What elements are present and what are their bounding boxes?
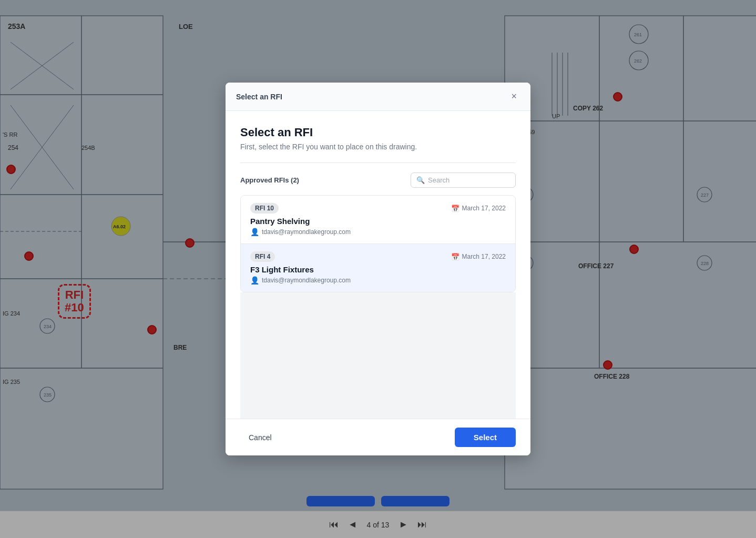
- rfi-user-email-0: tdavis@raymondlakegroup.com: [262, 228, 351, 236]
- rfi-name-0: Pantry Shelving: [250, 217, 506, 226]
- modal-body: Select an RFI First, select the RFI you …: [226, 111, 530, 419]
- calendar-icon-0: 📅: [451, 205, 459, 212]
- modal-subtitle: First, select the RFI you want to place …: [240, 143, 516, 151]
- rfi-badge-0: RFI 10: [250, 203, 279, 214]
- section-label: Approved RFIs (2): [240, 176, 299, 184]
- search-icon: 🔍: [416, 176, 425, 184]
- search-box[interactable]: 🔍: [411, 172, 516, 188]
- select-button[interactable]: Select: [455, 428, 516, 447]
- rfi-date-text-0: March 17, 2022: [462, 205, 506, 212]
- cancel-button[interactable]: Cancel: [240, 429, 280, 446]
- rfi-user-email-1: tdavis@raymondlakegroup.com: [262, 277, 351, 284]
- rfi-empty-area: [240, 292, 516, 419]
- rfi-date-text-1: March 17, 2022: [462, 253, 506, 260]
- rfi-date-0: 📅 March 17, 2022: [451, 205, 506, 212]
- rfi-user-1: 👤 tdavis@raymondlakegroup.com: [250, 276, 506, 285]
- rfi-card-0[interactable]: RFI 10 📅 March 17, 2022 Pantry Shelving …: [241, 196, 515, 244]
- section-header: Approved RFIs (2) 🔍: [240, 172, 516, 188]
- rfi-user-0: 👤 tdavis@raymondlakegroup.com: [250, 228, 506, 236]
- modal-footer: Cancel Select: [226, 419, 530, 455]
- rfi-name-1: F3 Light Fixtures: [250, 265, 506, 274]
- modal-header-title: Select an RFI: [236, 93, 282, 101]
- search-input[interactable]: [428, 176, 510, 184]
- modal-close-button[interactable]: ×: [508, 90, 520, 103]
- select-rfi-modal: Select an RFI × Select an RFI First, sel…: [226, 83, 530, 455]
- modal-divider: [240, 163, 516, 163]
- user-icon-0: 👤: [250, 228, 259, 236]
- modal-header: Select an RFI ×: [226, 83, 530, 111]
- rfi-date-1: 📅 March 17, 2022: [451, 253, 506, 261]
- modal-title: Select an RFI: [240, 126, 516, 139]
- rfi-badge-1: RFI 4: [250, 251, 275, 262]
- rfi-list: RFI 10 📅 March 17, 2022 Pantry Shelving …: [240, 195, 516, 292]
- rfi-card-1[interactable]: RFI 4 📅 March 17, 2022 F3 Light Fixtures…: [241, 244, 515, 292]
- user-icon-1: 👤: [250, 276, 259, 285]
- calendar-icon-1: 📅: [451, 253, 459, 261]
- modal-overlay: Select an RFI × Select an RFI First, sel…: [0, 0, 756, 538]
